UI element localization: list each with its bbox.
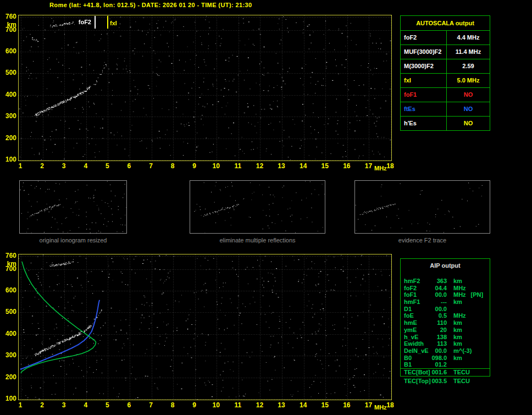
aip-row-value: 113 [430, 340, 447, 347]
x-axis-tick-label: 10 [209, 162, 223, 170]
aip-row-value: 20 [430, 327, 447, 334]
x-axis-tick-label: 17 [362, 401, 375, 409]
x-axis-tick-label: 9 [188, 401, 201, 409]
aip-row-unit [447, 361, 453, 368]
x-axis-tick-label: 6 [123, 162, 136, 170]
thumbnail-evidence-f2 [354, 180, 490, 234]
aip-row-value: 110 [430, 319, 447, 327]
x-axis-tick-label: 2 [36, 162, 49, 170]
x-axis-tick-label: 5 [101, 162, 114, 170]
aip-row-value: 00.0 [430, 306, 447, 313]
main-ionogram-canvas [19, 15, 391, 161]
x-axis-tick-label: 13 [275, 401, 288, 409]
aip-row-param: h_vE [401, 334, 430, 341]
y-axis-tick-label: 400 [1, 330, 16, 337]
autoscala-param-label: MUF(3000)F2 [401, 45, 447, 59]
x-axis-tick-label: 7 [145, 401, 158, 409]
aip-tecbot-container: TEC[Bot]001.6TECU [401, 369, 490, 376]
thumbnail-original-canvas [20, 181, 126, 233]
y-axis-tick-label: 300 [1, 351, 16, 359]
aip-row-param: TEC[Bot] [401, 369, 430, 376]
x-axis-tick-label: 2 [36, 401, 49, 409]
autoscala-app-screen: Rome (lat: +41.8, lon: 012.5) - DATE: 20… [0, 0, 532, 415]
aip-row-value: --- [430, 298, 447, 306]
y-axis-tick-label: 500 [1, 69, 16, 76]
fof2-marker-label: foF2 [69, 19, 91, 26]
autoscala-param-value: 11.4 MHz [447, 45, 490, 59]
scaled-ionogram-canvas [19, 254, 391, 400]
aip-row-unit: MHz [447, 285, 466, 292]
aip-row-value: 01.2 [430, 361, 447, 368]
aip-row-value: 0.5 [430, 312, 447, 319]
thumbnail-reflections-canvas [190, 181, 325, 233]
aip-row-value: 138 [430, 334, 447, 341]
x-axis-tick-label: 4 [79, 162, 92, 170]
autoscala-row: foF24.4 MHz [401, 31, 490, 45]
y-axis-tick-label: 500 [1, 308, 16, 316]
autoscala-row: MUF(3000)F211.4 MHz [401, 45, 490, 59]
x-axis-tick-label: 9 [188, 162, 201, 170]
aip-row-unit: km [447, 278, 462, 285]
aip-row: hmF1---km [401, 298, 490, 306]
aip-row: foF204.4MHz [401, 285, 490, 292]
x-axis-tick-label: 15 [318, 162, 331, 170]
autoscala-row: h'EsNO [401, 117, 490, 130]
y-axis-tick-label: 760 [1, 252, 16, 259]
x-axis-tick-label: 16 [340, 162, 353, 170]
thumbnail-caption-evidence: evidence F2 trace [354, 237, 490, 244]
x-axis-tick-label: 5 [101, 401, 114, 409]
x-axis-tick-label: 12 [253, 162, 266, 170]
aip-row-unit: km [447, 334, 462, 341]
autoscala-param-label: foF2 [401, 31, 447, 45]
y-axis-tick-label: 700 [1, 265, 16, 273]
autoscala-param-value: 4.4 MHz [447, 31, 490, 45]
x-axis-tick-label: 7 [145, 162, 158, 170]
aip-tectop-container: TEC[Top]003.5TECU [401, 378, 490, 385]
x-axis-tick-label: 1 [14, 401, 27, 409]
aip-row-param: foE [401, 312, 430, 319]
y-axis-tick-label: 300 [1, 112, 16, 120]
aip-row: D100.0 [401, 306, 490, 313]
x-axis-tick-label: 14 [297, 401, 310, 409]
x-axis-tick-label: 13 [275, 162, 288, 170]
aip-row-value: 363 [430, 278, 447, 285]
x-axis-tick-label: 11 [231, 162, 245, 170]
y-axis-tick-label: 600 [1, 47, 16, 55]
aip-row-unit: km [447, 327, 462, 334]
autoscala-param-value: 2.59 [447, 59, 490, 73]
autoscala-param-value: NO [447, 117, 490, 130]
aip-row-unit: TECU [447, 369, 470, 376]
aip-row-unit: MHz [447, 312, 466, 319]
aip-row-param: hmF1 [401, 298, 430, 306]
aip-row-note: [PN] [466, 291, 484, 298]
autoscala-row: M(3000)F22.59 [401, 59, 490, 74]
autoscala-param-value: 5.0 MHz [447, 74, 490, 87]
aip-row-value: 00.0 [430, 347, 447, 355]
x-axis-tick-label: 3 [57, 401, 70, 409]
aip-row-value: 098.0 [430, 355, 447, 362]
y-axis-tick-label: 700 [1, 26, 16, 34]
thumbnail-evidence-canvas [355, 181, 490, 233]
thumbnail-original-ionogram [19, 180, 127, 234]
aip-row-param: hmF2 [401, 278, 430, 285]
x-axis-unit-label: MHz [374, 165, 393, 171]
aip-row: foE0.5MHz [401, 312, 490, 319]
y-axis-tick-label: 760 [1, 13, 16, 20]
autoscala-panel-title: AUTOSCALA output [401, 16, 490, 31]
x-axis-tick-label: 16 [340, 401, 353, 409]
aip-row: foF100.0MHz[PN] [401, 291, 490, 298]
aip-row-unit: km [447, 340, 462, 347]
aip-row: hmF2363km [401, 278, 490, 285]
x-axis-tick-label: 11 [231, 401, 245, 409]
aip-row-param: TEC[Top] [401, 378, 430, 385]
thumbnail-caption-original: original ionogram resized [19, 237, 127, 244]
fxi-marker-label: fxI [110, 20, 126, 27]
autoscala-output-panel: AUTOSCALA output foF24.4 MHzMUF(3000)F21… [400, 15, 490, 131]
aip-row-value: 003.5 [430, 378, 447, 385]
x-axis-tick-label: 8 [166, 162, 179, 170]
aip-row-unit: m^(-3) [447, 347, 472, 355]
aip-row: hmE110km [401, 319, 490, 327]
aip-row: B0098.0km [401, 355, 490, 362]
aip-panel-title: AIP output [401, 259, 490, 274]
x-axis-tick-label: 8 [166, 401, 179, 409]
